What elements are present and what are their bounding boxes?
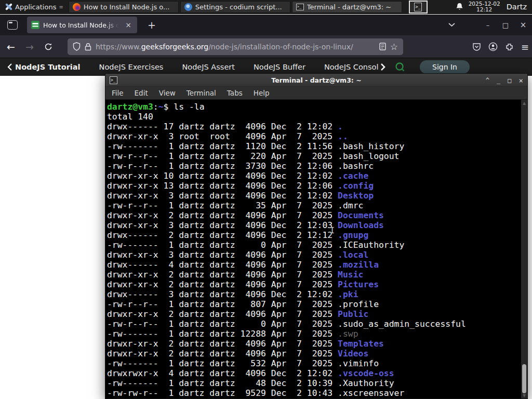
applications-label: Applications [15,3,56,11]
window-controls: – □ × [443,15,532,35]
browser-maximize-button[interactable]: □ [497,21,514,29]
site-nav-link[interactable]: NodeJS Console [324,63,379,71]
forward-button[interactable]: → [22,39,37,55]
desktop: Applications ≡ How to Install Node.js o.… [0,0,532,399]
terminal-line: -rw-rw-r-- 1 dartz dartz 9529 Dec 2 10:4… [107,388,527,398]
url-scheme: https://www. [96,43,141,51]
terminal-line: drwxrwxr-x 4 dartz dartz 4096 Dec 2 12:0… [107,368,527,378]
menu-lines-icon: ≡ [59,4,62,10]
terminal-menu-terminal[interactable]: Terminal [187,89,216,97]
terminal-line: drwx------ 4 dartz dartz 4096 Apr 7 2025… [107,260,527,270]
url-domain: geeksforgeeks.org [141,43,208,51]
terminal-line: -rw------- 1 dartz dartz 12288 Apr 7 202… [107,329,527,339]
terminal-total-line: total 140 [107,112,527,122]
terminal-line: -rw-r--r-- 1 dartz dartz 807 Apr 7 2025 … [107,299,527,309]
terminal-line: drwxr-xr-x 3 dartz dartz 4096 Apr 7 2025… [107,250,527,260]
terminal-menubar: File Edit View Terminal Tabs Help [105,87,527,100]
taskbar-window-settings[interactable]: Settings - codium script... [180,1,290,13]
terminal-menu-tabs[interactable]: Tabs [227,89,243,97]
terminal-maximize-button[interactable]: □ [508,77,511,84]
terminal-close-button[interactable]: × [519,77,523,84]
taskbar-label: Terminal - dartz@vm3: ~ [307,3,391,11]
reload-button[interactable] [41,39,56,55]
url-text[interactable]: https://www.geeksforgeeks.org/node-js/in… [96,43,375,51]
firefox-toolbar: ← → https://www.geeksforgeeks.org/node-j… [0,35,532,58]
browser-minimize-button[interactable]: – [479,21,497,29]
applications-menu-button[interactable]: Applications ≡ [0,0,67,14]
taskbar-label: Settings - codium script... [195,3,282,11]
terminal-line: drwxr-xr-x 2 dartz dartz 4096 Apr 7 2025… [107,270,527,280]
sign-in-button[interactable]: Sign In [420,60,470,74]
terminal-scrollbar[interactable]: ▲ ▼ [521,100,527,398]
firefox-icon [73,3,81,11]
terminal-line: -rw------- 1 dartz dartz 532 Apr 7 2025 … [107,358,527,368]
mouse-ibeam-cursor: I [330,226,336,235]
taskbar-window-firefox[interactable]: How to Install Node.js o... [69,1,179,13]
site-nav-items: NodeJS Tutorial NodeJS Exercises NodeJS … [15,63,379,71]
terminal-line: drwx------ 3 dartz dartz 4096 Dec 2 12:0… [107,289,527,299]
bookmark-star-icon[interactable]: ☆ [390,42,398,52]
terminal-menu-view[interactable]: View [159,89,176,97]
codium-icon [184,3,192,11]
search-icon[interactable] [395,62,405,72]
terminal-menu-help[interactable]: Help [254,89,270,97]
terminal-title: Terminal - dartz@vm3: ~ [105,76,527,84]
terminal-line: -rw-r--r-- 1 dartz dartz 0 Apr 7 2025 .s… [107,319,527,329]
terminal-shade-button[interactable]: ^ [486,77,489,84]
firefox-view-icon[interactable] [7,20,18,30]
terminal-launcher-button[interactable]: >_ [409,1,428,14]
terminal-line: drwxr-xr-x 2 dartz dartz 4096 Apr 7 2025… [107,210,527,220]
terminal-line: -rw------- 1 dartz dartz 48 Dec 2 10:39 … [107,378,527,388]
terminal-icon: >_ [296,4,304,10]
lock-icon[interactable] [85,43,91,51]
extensions-icon[interactable] [505,43,514,51]
nav-scroll-left-icon[interactable] [7,63,12,71]
terminal-icon: >_ [110,76,117,84]
list-all-tabs-chevron-icon[interactable] [443,23,460,27]
terminal-line: drwxr-xr-x 3 root root 4096 Apr 7 2025 .… [107,131,527,141]
app-menu-icon[interactable]: ≡ [521,42,529,52]
site-nav-link[interactable]: NodeJS Exercises [99,63,164,71]
new-tab-button[interactable]: + [144,19,159,31]
terminal-menu-edit[interactable]: Edit [135,89,148,97]
terminal-menu-file[interactable]: File [112,89,124,97]
terminal-content[interactable]: dartz@vm3:~$ ls -latotal 140drwx------ 1… [105,100,527,398]
terminal-line: drwxr-xr-x 3 dartz dartz 4096 Dec 2 12:0… [107,191,527,201]
account-icon[interactable] [488,42,498,51]
terminal-line: drwxr-xr-x 2 dartz dartz 4096 Apr 7 2025… [107,309,527,319]
site-nav-link[interactable]: NodeJS Tutorial [15,63,81,71]
xubuntu-logo-icon [4,3,12,10]
browser-tab[interactable]: How to Install Node.js on × [27,17,137,33]
scroll-up-arrow-icon[interactable]: ▲ [522,101,526,105]
clock[interactable]: 2025-12-02 12:12 [469,1,500,12]
terminal-line: drwxr-xr-x 2 dartz dartz 4096 Apr 7 2025… [107,349,527,358]
site-nav-link[interactable]: NodeJS Buffer [254,63,305,71]
shield-icon[interactable] [73,42,81,51]
site-nav-link[interactable]: NodeJS Assert [182,63,235,71]
terminal-line: -rw-r--r-- 1 dartz dartz 220 Apr 7 2025 … [107,151,527,161]
scroll-down-arrow-icon[interactable]: ▼ [522,393,526,398]
reader-mode-icon[interactable] [379,43,386,50]
terminal-line: drwx------ 17 dartz dartz 4096 Dec 2 12:… [107,122,527,131]
toolbar-right-icons: ≡ [472,35,529,58]
terminal-titlebar[interactable]: >_ Terminal - dartz@vm3: ~ ^ _ □ × [105,74,527,87]
terminal-icon: >_ [414,3,422,11]
top-panel: Applications ≡ How to Install Node.js o.… [0,0,532,14]
pocket-icon[interactable] [472,43,481,51]
nav-scroll-right-icon[interactable] [381,63,385,71]
terminal-line: -rw------- 1 dartz dartz 0 Apr 7 2025 .I… [107,240,527,250]
terminal-line: -rw-r--r-- 1 dartz dartz 3730 Dec 2 12:0… [107,161,527,171]
terminal-minimize-button[interactable]: _ [497,77,500,84]
notification-bell-icon[interactable] [456,3,463,11]
geeksforgeeks-favicon [31,21,39,29]
back-button[interactable]: ← [3,39,19,55]
url-path: /node-js/installation-of-node-js-on-linu… [208,43,353,51]
url-bar[interactable]: https://www.geeksforgeeks.org/node-js/in… [68,38,403,55]
terminal-scrollbar-thumb[interactable] [522,364,526,393]
user-menu[interactable]: Dartz [507,3,527,11]
browser-close-button[interactable]: × [514,20,532,30]
taskbar-window-terminal[interactable]: >_ Terminal - dartz@vm3: ~ [292,1,402,13]
terminal-line: drwxr-xr-x 10 dartz dartz 4096 Dec 2 12:… [107,171,527,181]
tab-close-icon[interactable]: × [124,21,133,29]
terminal-line: drwxr-xr-x 2 dartz dartz 4096 Apr 7 2025… [107,339,527,349]
